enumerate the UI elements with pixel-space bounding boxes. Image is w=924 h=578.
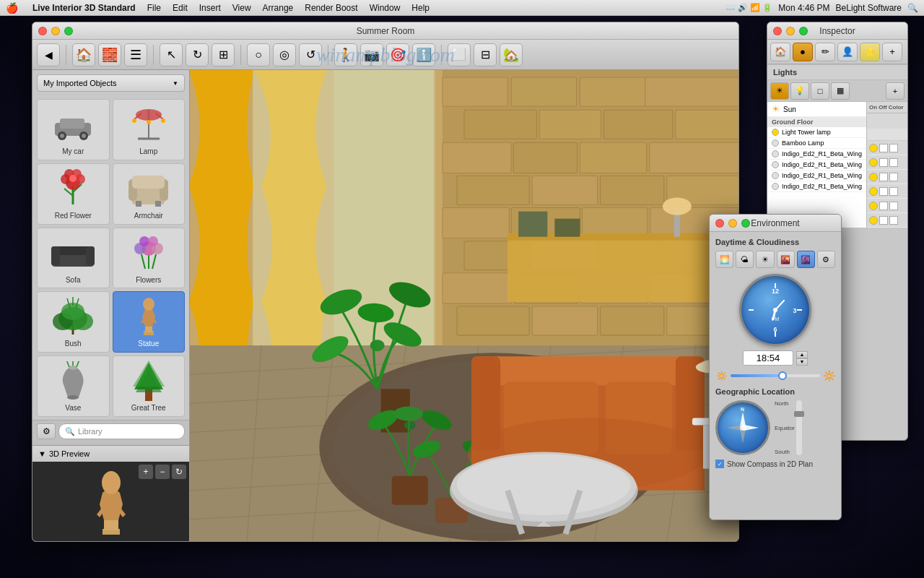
env-maximize-btn[interactable] <box>741 219 750 228</box>
menu-window[interactable]: Window <box>364 0 406 16</box>
inspector-minimize-btn[interactable] <box>786 27 795 35</box>
toolbar-info-btn[interactable]: ℹ️ <box>412 43 435 66</box>
time-input[interactable]: 18:54 <box>743 350 793 366</box>
inspector-circle-btn[interactable]: ● <box>793 43 813 61</box>
inspector-star-btn[interactable]: ⭐ <box>860 43 880 61</box>
light-bulb-btn[interactable]: 💡 <box>790 82 809 100</box>
color-check-3[interactable] <box>889 187 898 196</box>
env-close-btn[interactable] <box>715 219 724 228</box>
minimize-button[interactable] <box>51 27 60 35</box>
preview-zoom-out[interactable]: − <box>155 465 170 479</box>
menu-help[interactable]: Help <box>406 0 435 16</box>
light-item-sun[interactable]: ☀ Sun <box>767 102 866 117</box>
inspector-add-btn[interactable]: + <box>882 43 902 61</box>
menu-arrange[interactable]: Arrange <box>257 0 300 16</box>
light-item-2[interactable]: Indigo_Ed2_R1_Beta_Wing <box>767 149 866 160</box>
preview-zoom-in[interactable]: + <box>139 465 153 479</box>
menu-render-boost[interactable]: Render Boost <box>299 0 363 16</box>
toolbar-view2-btn[interactable]: ⊟ <box>474 43 497 66</box>
inspector-house-btn[interactable]: 🏠 <box>770 43 790 61</box>
object-item-greattree[interactable]: Great Tree <box>113 355 186 417</box>
inspector-maximize-btn[interactable] <box>799 27 808 35</box>
light-item-1[interactable]: Bamboo Lamp <box>767 138 866 149</box>
svg-point-64 <box>102 471 121 494</box>
object-item-flowers[interactable]: Flowers <box>113 228 186 289</box>
env-dawn-btn[interactable]: 🌅 <box>715 251 733 268</box>
app-name[interactable]: Live Interior 3D Standard <box>27 0 141 16</box>
clock-face[interactable]: 12 3 6 PM <box>739 274 811 346</box>
inspector-pencil-btn[interactable]: ✏ <box>815 43 835 61</box>
light-rect-btn[interactable]: □ <box>811 82 829 100</box>
env-morning-btn[interactable]: 🌤 <box>736 251 754 268</box>
toolbar-3d-btn[interactable]: 🎯 <box>386 43 409 66</box>
time-up-btn[interactable]: ▲ <box>796 351 808 358</box>
toolbar-refresh-btn[interactable]: ↺ <box>299 43 322 66</box>
apple-menu[interactable]: 🍎 <box>6 2 18 14</box>
toolbar-dot-btn[interactable]: ◎ <box>273 43 296 66</box>
maximize-button[interactable] <box>64 27 73 35</box>
object-item-bush[interactable]: Bush <box>37 291 110 353</box>
object-item-vase[interactable]: Vase <box>37 355 110 417</box>
toolbar-view1-btn[interactable]: ⬜ <box>448 43 471 66</box>
onoff-check-4[interactable] <box>879 202 888 210</box>
preview-refresh[interactable]: ↻ <box>172 465 186 479</box>
object-item-armchair[interactable]: Armchair <box>113 163 186 225</box>
env-dusk-btn[interactable]: 🌆 <box>797 251 815 268</box>
inspector-person-btn[interactable]: 👤 <box>837 43 858 61</box>
menu-insert[interactable]: Insert <box>193 0 227 16</box>
inspector-close-btn[interactable] <box>773 27 782 35</box>
sun-slider-track[interactable] <box>731 374 820 377</box>
light-item-4[interactable]: Indigo_Ed2_R1_Beta_Wing <box>767 171 866 181</box>
show-compass-checkbox[interactable]: ✓ <box>715 460 724 468</box>
light-area-btn[interactable]: ▦ <box>831 82 850 100</box>
onoff-check-2[interactable] <box>879 173 888 181</box>
toolbar-rotate-btn[interactable]: ↻ <box>186 43 209 66</box>
color-check-0[interactable] <box>889 144 898 152</box>
panel-search-input[interactable]: 🔍 Library <box>58 423 185 439</box>
menu-file[interactable]: File <box>141 0 167 16</box>
lat-slider-track[interactable] <box>796 400 802 455</box>
object-item-lamp[interactable]: Lamp <box>113 99 186 160</box>
color-check-2[interactable] <box>889 173 898 181</box>
light-item-3[interactable]: Indigo_Ed2_R1_Beta_Wing <box>767 160 866 171</box>
env-settings-btn[interactable]: ⚙ <box>817 251 835 268</box>
object-item-sofa[interactable]: Sofa <box>37 228 110 289</box>
object-item-redflower[interactable]: Red Flower <box>37 163 110 225</box>
color-check-5[interactable] <box>889 216 898 225</box>
light-sun-btn[interactable]: ☀ <box>770 82 789 100</box>
toolbar-floor-btn[interactable]: 🏠 <box>72 43 95 66</box>
toolbar-circle-btn[interactable]: ○ <box>247 43 270 66</box>
object-item-mycar[interactable]: My car <box>37 99 110 160</box>
toolbar-camera-btn[interactable]: 📷 <box>360 43 383 66</box>
color-check-4[interactable] <box>889 202 898 210</box>
env-minimize-btn[interactable] <box>728 219 737 228</box>
onoff-check-0[interactable] <box>879 144 888 152</box>
env-afternoon-btn[interactable]: 🌇 <box>777 251 795 268</box>
menu-view[interactable]: View <box>227 0 257 16</box>
toolbar-person-btn[interactable]: 🚶 <box>334 43 357 66</box>
objects-dropdown[interactable]: My Imported Objects <box>37 74 185 92</box>
compass-container[interactable]: N <box>715 400 770 455</box>
light-add-btn[interactable]: + <box>886 82 905 100</box>
light-item-0[interactable]: Light Tower lamp <box>767 127 866 138</box>
toolbar-list-btn[interactable]: ☰ <box>124 43 147 66</box>
toolbar-back-btn[interactable]: ◀ <box>37 43 60 66</box>
panel-settings-btn[interactable]: ⚙ <box>37 423 56 439</box>
time-down-btn[interactable]: ▼ <box>796 358 808 366</box>
env-noon-btn[interactable]: ☀ <box>756 251 774 268</box>
toolbar-select-btn[interactable]: ↖ <box>160 43 183 66</box>
onoff-check-5[interactable] <box>879 216 888 225</box>
svg-rect-73 <box>539 110 601 139</box>
toolbar-wall-btn[interactable]: 🧱 <box>98 43 121 66</box>
color-check-1[interactable] <box>889 158 898 167</box>
preview-header[interactable]: ▼ 3D Preview <box>32 446 189 462</box>
toolbar-grid-btn[interactable]: ⊞ <box>212 43 235 66</box>
object-item-statue[interactable]: Statue <box>113 291 186 353</box>
onoff-check-1[interactable] <box>879 158 888 167</box>
close-button[interactable] <box>38 27 47 35</box>
toolbar-sep-3 <box>240 45 241 65</box>
onoff-check-3[interactable] <box>879 187 888 196</box>
menu-edit[interactable]: Edit <box>167 0 193 16</box>
light-item-5[interactable]: Indigo_Ed2_R1_Beta_Wing <box>767 181 866 192</box>
toolbar-home-btn[interactable]: 🏡 <box>500 43 523 66</box>
